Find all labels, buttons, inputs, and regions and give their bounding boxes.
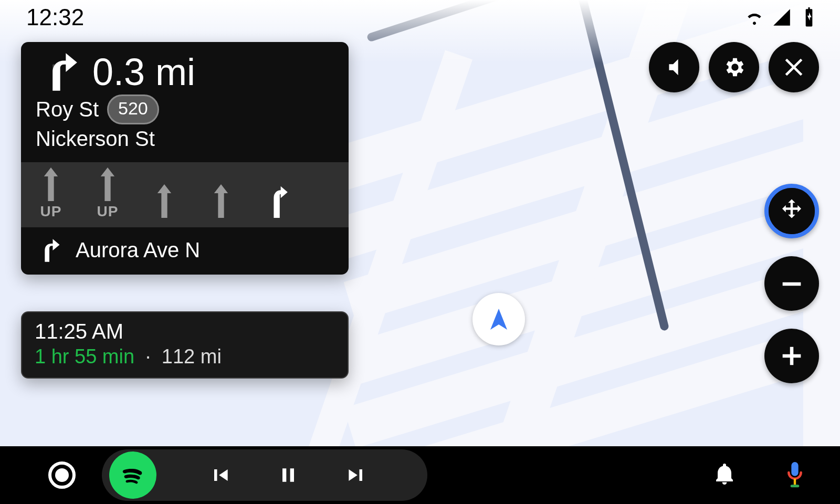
lane-guidance: UP UP <box>21 162 349 227</box>
system-navigation-bar <box>0 446 840 504</box>
next-step-street: Aurora Ave N <box>76 238 200 262</box>
launcher-button[interactable] <box>48 461 76 489</box>
lane-sub-label: UP <box>40 203 62 220</box>
eta-distance: 112 mi <box>162 345 222 368</box>
navigation-card: 0.3 mi Roy St 520 Nickerson St UP UP <box>21 42 349 275</box>
eta-duration: 1 hr 55 min <box>35 345 134 368</box>
route-number-badge: 520 <box>107 94 159 124</box>
skip-previous-icon <box>208 464 232 487</box>
volume-mute-icon <box>662 55 686 79</box>
turn-street-primary: Roy St <box>36 95 99 123</box>
lane-sub-label: UP <box>97 203 119 220</box>
battery-charging-icon <box>799 7 819 27</box>
turn-right-small-icon <box>36 237 63 264</box>
turn-distance: 0.3 mi <box>92 50 195 93</box>
mute-button[interactable] <box>649 42 699 92</box>
bell-icon <box>712 461 737 487</box>
gear-icon <box>722 55 746 79</box>
pan-button[interactable] <box>764 184 819 238</box>
zoom-in-button[interactable] <box>764 329 819 383</box>
pause-icon <box>277 464 300 487</box>
navigation-arrow-icon <box>486 307 511 332</box>
spotify-app-button[interactable] <box>109 452 156 499</box>
next-track-button[interactable] <box>322 464 391 487</box>
close-navigation-button[interactable] <box>769 42 819 92</box>
microphone-icon <box>784 461 805 489</box>
svg-rect-1 <box>794 479 796 485</box>
eta-card[interactable]: 11:25 AM 1 hr 55 min · 112 mi <box>21 311 349 379</box>
svg-rect-2 <box>791 485 800 487</box>
lane-turn-right-icon <box>266 184 290 220</box>
plus-icon <box>778 342 805 370</box>
svg-rect-0 <box>791 462 798 476</box>
pan-icon <box>778 197 806 225</box>
status-bar: 12:32 <box>0 4 840 30</box>
settings-button[interactable] <box>709 42 759 92</box>
lane-straight-icon <box>209 184 233 220</box>
previous-track-button[interactable] <box>186 464 254 487</box>
voice-assistant-button[interactable] <box>784 461 805 489</box>
cellular-icon <box>772 7 792 27</box>
spotify-icon <box>117 459 149 491</box>
eta-separator: · <box>145 345 151 368</box>
lane-straight-icon <box>96 167 120 203</box>
turn-street-secondary: Nickerson St <box>36 124 334 153</box>
next-step-row: Aurora Ave N <box>21 227 349 275</box>
eta-arrival-time: 11:25 AM <box>35 320 335 343</box>
current-location-marker[interactable] <box>472 293 525 345</box>
pause-button[interactable] <box>254 464 322 487</box>
clock: 12:32 <box>26 4 84 30</box>
wifi-icon <box>744 7 764 27</box>
media-control-pill <box>102 449 427 501</box>
turn-right-icon <box>36 49 81 94</box>
minus-icon <box>778 270 805 297</box>
close-icon <box>779 52 808 82</box>
lane-straight-icon <box>39 167 63 203</box>
notifications-button[interactable] <box>712 461 737 489</box>
lane-straight-icon <box>152 184 176 220</box>
skip-next-icon <box>345 464 368 487</box>
zoom-out-button[interactable] <box>764 256 819 311</box>
